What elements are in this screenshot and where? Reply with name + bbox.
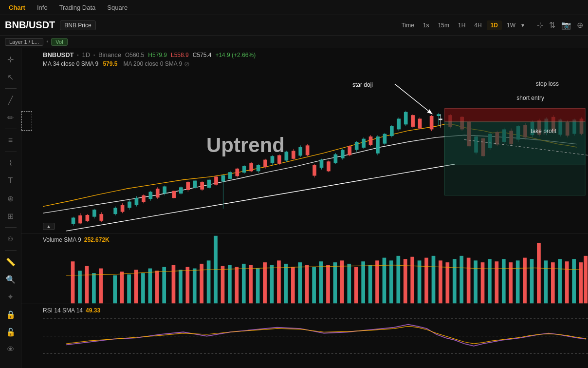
tf-1h[interactable]: 1H — [454, 20, 469, 30]
svg-rect-101 — [437, 114, 441, 116]
svg-rect-146 — [85, 266, 89, 303]
tf-15m[interactable]: 15m — [434, 20, 453, 30]
rsi-label: RSI 14 SMA 14 49.33 — [43, 307, 100, 314]
nav-square[interactable]: Square — [102, 2, 132, 13]
lock2-tool[interactable]: 🔓 — [3, 325, 18, 339]
nav-trading-data[interactable]: Trading Data — [55, 2, 101, 13]
add-icon[interactable]: ⊕ — [577, 20, 583, 30]
svg-rect-97 — [418, 118, 422, 128]
main-chart-svg — [43, 48, 588, 233]
svg-rect-13 — [121, 205, 125, 212]
short-entry-zone — [445, 122, 586, 164]
svg-rect-179 — [326, 265, 330, 303]
svg-rect-191 — [410, 257, 414, 304]
indicator-tool[interactable]: ≡ — [3, 133, 18, 148]
tf-more[interactable]: ▾ — [521, 22, 524, 29]
stop-loss-zone — [445, 108, 586, 121]
svg-rect-178 — [319, 262, 323, 304]
svg-rect-85 — [376, 136, 380, 154]
svg-rect-87 — [383, 134, 387, 144]
ruler-tool[interactable]: 📏 — [3, 254, 18, 269]
svg-rect-187 — [383, 258, 386, 304]
rsi-value: 49.33 — [86, 307, 100, 314]
camera-icon[interactable]: 📷 — [561, 20, 571, 30]
svg-rect-166 — [235, 267, 239, 304]
emoji-tool[interactable]: ☺ — [3, 232, 18, 246]
ohlc-change: +14.9 (+2.66%) — [215, 52, 256, 58]
svg-rect-57 — [277, 155, 281, 163]
tf-1w[interactable]: 1W — [503, 20, 519, 30]
line-tool[interactable]: ╱ — [3, 93, 18, 107]
svg-rect-93 — [404, 112, 408, 125]
node-tool[interactable]: ⊛ — [3, 191, 18, 206]
measure-tool[interactable]: ⊞ — [3, 209, 18, 223]
svg-rect-147 — [92, 273, 96, 304]
svg-rect-199 — [467, 258, 471, 304]
layer-bar: Layer 1 / L... • Vol — [0, 36, 588, 48]
ma34-label: MA 34 close 0 SMA 9 579.5 — [43, 60, 117, 67]
main-layout: ✛ ↖ ╱ ✏ ≡ ⌇ T ⊛ ⊞ ☺ 📏 🔍 ⌖ 🔒 🔓 👁 BNBUSDT … — [0, 48, 588, 368]
svg-rect-69 — [320, 160, 324, 168]
ma200-eye[interactable]: ⊘ — [184, 60, 190, 68]
svg-rect-39 — [214, 176, 218, 184]
svg-rect-153 — [141, 273, 145, 304]
magnet-tool[interactable]: ⌖ — [3, 290, 18, 304]
chart-area: BNBUSDT · 1D · Binance O560.5 H579.9 L55… — [21, 48, 588, 368]
vol-badge[interactable]: Vol — [51, 38, 67, 46]
nav-info[interactable]: Info — [32, 2, 53, 13]
svg-rect-215 — [579, 263, 583, 304]
svg-rect-144 — [71, 262, 75, 304]
tf-time[interactable]: Time — [398, 20, 418, 30]
nav-chart[interactable]: Chart — [4, 2, 30, 13]
svg-rect-183 — [354, 267, 358, 304]
svg-rect-155 — [155, 271, 159, 304]
cursor-tool[interactable]: ↖ — [3, 70, 18, 84]
svg-rect-103 — [439, 118, 442, 120]
price-dropdown[interactable]: BNB Price — [60, 20, 95, 30]
uptrend-line — [66, 164, 455, 231]
svg-rect-176 — [305, 265, 309, 303]
svg-rect-15 — [128, 202, 131, 208]
tf-1s[interactable]: 1s — [419, 20, 433, 30]
tf-4h[interactable]: 4H — [470, 20, 485, 30]
volume-chart-svg — [43, 233, 588, 303]
svg-rect-21 — [148, 192, 152, 199]
svg-rect-192 — [418, 261, 422, 304]
ma-bar: MA 34 close 0 SMA 9 579.5 MA 200 close 0… — [43, 60, 190, 68]
zoom-tool[interactable]: 🔍 — [3, 272, 18, 287]
eye-tool[interactable]: 👁 — [3, 342, 18, 357]
svg-rect-152 — [134, 270, 138, 304]
ma34-value: 579.5 — [103, 60, 117, 67]
svg-rect-202 — [488, 259, 492, 304]
lock-tool[interactable]: 🔒 — [3, 307, 18, 322]
svg-rect-67 — [312, 165, 316, 176]
svg-rect-165 — [228, 265, 232, 303]
svg-rect-162 — [207, 261, 211, 304]
svg-rect-214 — [572, 259, 576, 304]
collapse-btn[interactable]: ▲ — [43, 223, 55, 230]
pane-rsi: RSI 14 SMA 14 49.33 — [21, 304, 588, 368]
svg-rect-197 — [453, 259, 457, 304]
text-tool[interactable]: T — [3, 174, 18, 188]
tf-1d[interactable]: 1D — [487, 20, 502, 30]
svg-rect-209 — [537, 243, 541, 304]
svg-rect-71 — [327, 161, 331, 171]
svg-rect-212 — [558, 259, 562, 304]
pane-volume: Volume SMA 9 252.672K — [21, 233, 588, 304]
svg-rect-216 — [584, 256, 588, 303]
crosshair-icon[interactable]: ⊹ — [537, 20, 543, 30]
svg-rect-5 — [86, 215, 90, 221]
svg-rect-170 — [263, 263, 267, 304]
path-tool[interactable]: ⌇ — [3, 156, 18, 171]
crosshair-tool[interactable]: ✛ — [3, 52, 18, 67]
svg-rect-49 — [249, 163, 253, 171]
svg-rect-198 — [459, 256, 463, 303]
svg-rect-180 — [333, 263, 337, 304]
svg-rect-83 — [369, 136, 373, 145]
pane-main: BNBUSDT · 1D · Binance O560.5 H579.9 L55… — [21, 48, 588, 233]
draw-tool[interactable]: ✏ — [3, 110, 18, 125]
compare-icon[interactable]: ⇅ — [549, 20, 555, 30]
layer-badge[interactable]: Layer 1 / L... — [5, 38, 43, 46]
svg-rect-65 — [306, 145, 310, 155]
svg-rect-47 — [242, 166, 246, 173]
